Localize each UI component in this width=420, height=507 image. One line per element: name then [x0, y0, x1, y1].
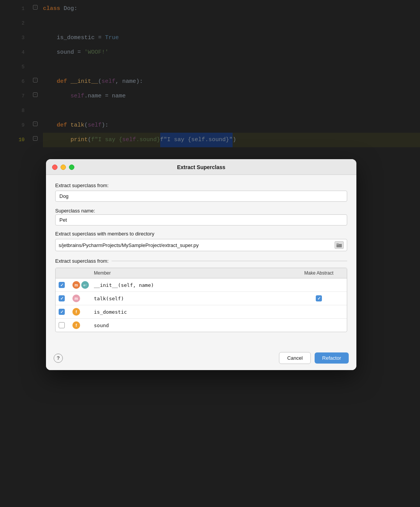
directory-input[interactable] — [59, 242, 335, 248]
row-sound-checkbox[interactable] — [59, 322, 65, 328]
browse-button[interactable] — [335, 241, 344, 249]
row-domestic-icons: f — [72, 308, 94, 316]
extract-from-label: Extract superclass from: — [55, 183, 347, 188]
table-row: m o↑ __init__(self, name) — [56, 278, 347, 292]
members-section-label: Extract superclass from: — [55, 258, 347, 264]
directory-input-wrapper — [55, 239, 347, 251]
col-member-header: Member — [94, 270, 294, 276]
table-row: m talk(self) — [56, 292, 347, 305]
badge-f-domestic-icon: f — [72, 308, 80, 316]
maximize-button[interactable] — [69, 165, 74, 170]
close-button[interactable] — [52, 165, 57, 170]
col-check-header — [59, 270, 72, 276]
svg-rect-1 — [336, 243, 339, 245]
members-table: Member Make Abstract m o↑ __init__(self,… — [55, 268, 347, 332]
table-row: f sound — [56, 319, 347, 332]
dialog-title: Extract Superclass — [177, 164, 225, 170]
superclass-name-label: Superclass name: — [55, 208, 347, 214]
traffic-lights — [52, 165, 74, 170]
badge-m-talk-icon: m — [72, 295, 80, 302]
row-talk-icons: m — [72, 295, 94, 302]
row-domestic-name: is_domestic — [94, 309, 294, 315]
row-init-check-cell — [59, 282, 72, 288]
table-row: f is_domestic — [56, 305, 347, 319]
row-init-checkbox[interactable] — [59, 282, 65, 288]
superclass-name-row: Superclass name: — [55, 208, 347, 226]
dialog-titlebar: Extract Superclass — [46, 159, 356, 175]
col-icon-header — [72, 270, 94, 276]
help-button[interactable]: ? — [54, 354, 63, 363]
badge-m-icon: m — [72, 281, 80, 289]
superclass-name-input[interactable] — [55, 214, 347, 226]
dialog-footer: ? Cancel Refactor — [46, 347, 356, 370]
cancel-button[interactable]: Cancel — [279, 352, 310, 364]
refactor-button[interactable]: Refactor — [315, 352, 349, 364]
directory-label: Extract superclass with members to direc… — [55, 231, 347, 237]
row-talk-name: talk(self) — [94, 296, 294, 301]
badge-f-sound-icon: f — [72, 321, 80, 329]
row-domestic-checkbox[interactable] — [59, 309, 65, 315]
row-sound-check-cell — [59, 322, 72, 328]
extract-superclass-dialog: Extract Superclass Extract superclass fr… — [46, 159, 356, 370]
extract-from-input[interactable] — [55, 191, 347, 202]
minimize-button[interactable] — [61, 165, 66, 170]
table-header: Member Make Abstract — [56, 268, 347, 278]
row-talk-checkbox[interactable] — [59, 295, 65, 301]
row-talk-abstract-cell — [294, 295, 344, 301]
badge-o-icon: o↑ — [81, 281, 89, 289]
dialog-body: Extract superclass from: Superclass name… — [46, 175, 356, 347]
directory-row: Extract superclass with members to direc… — [55, 231, 347, 251]
row-sound-name: sound — [94, 323, 294, 328]
row-domestic-check-cell — [59, 309, 72, 315]
row-init-icons: m o↑ — [72, 281, 94, 289]
row-talk-abstract-checkbox[interactable] — [316, 295, 322, 301]
row-talk-check-cell — [59, 295, 72, 301]
col-abstract-header: Make Abstract — [294, 270, 344, 276]
row-init-name: __init__(self, name) — [94, 282, 294, 288]
row-sound-icons: f — [72, 321, 94, 329]
